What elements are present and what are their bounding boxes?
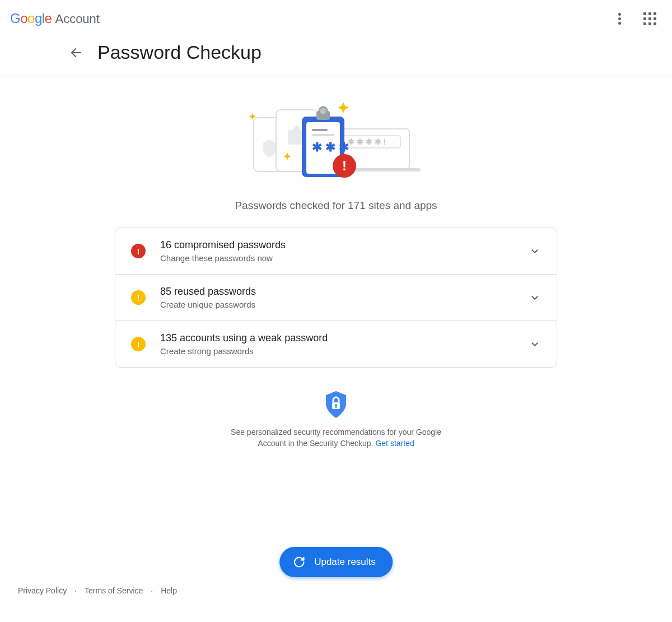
result-subtitle: Change these passwords now [160,253,514,263]
chevron-down-icon [529,291,541,304]
footer-links: Privacy Policy · Terms of Service · Help [18,586,177,595]
svg-text:✱ ✱ ✱: ✱ ✱ ✱ [312,140,349,154]
title-row: Password Checkup [0,31,672,76]
main-content: ✱ ✱ ✱ ✱ ! ✱ ✱ ✱ ! Passwords checked for … [115,76,557,449]
alert-yellow-icon: ! [131,290,146,305]
product-name: Account [55,12,100,26]
separator-dot: · [74,586,77,595]
back-arrow-icon[interactable] [66,43,86,63]
privacy-policy-link[interactable]: Privacy Policy [18,586,67,595]
promo-text: See personalized security recommendation… [218,427,454,449]
update-results-label: Update results [314,556,376,568]
result-texts: 135 accounts using a weak password Creat… [160,332,514,356]
result-subtitle: Create unique passwords [160,300,514,309]
shield-lock-icon [324,390,348,419]
security-checkup-promo: See personalized security recommendation… [115,390,557,449]
chevron-down-icon [529,245,541,257]
result-title: 135 accounts using a weak password [160,332,514,344]
svg-rect-13 [312,134,334,136]
refresh-icon [293,556,305,568]
top-header: Google Account [0,0,672,31]
header-actions [615,9,660,29]
hero-illustration: ✱ ✱ ✱ ✱ ! ✱ ✱ ✱ ! [249,99,423,180]
svg-rect-12 [312,129,328,131]
result-title: 85 reused passwords [160,286,514,298]
page-title: Password Checkup [97,41,262,63]
result-row-compromised[interactable]: ! 16 compromised passwords Change these … [115,228,557,274]
result-row-weak[interactable]: ! 135 accounts using a weak password Cre… [115,321,557,367]
separator-dot: · [151,586,153,595]
google-apps-icon[interactable] [640,9,660,29]
product-logo[interactable]: Google Account [10,11,100,26]
svg-rect-7 [293,126,300,132]
result-title: 16 compromised passwords [160,239,514,251]
svg-rect-19 [335,405,337,408]
result-subtitle: Create strong passwords [160,346,514,356]
svg-text:✱ ✱ ✱ ✱  !: ✱ ✱ ✱ ✱ ! [348,137,386,146]
result-texts: 16 compromised passwords Change these pa… [160,239,514,263]
more-options-icon[interactable] [615,10,624,27]
update-results-button[interactable]: Update results [279,547,393,577]
result-row-reused[interactable]: ! 85 reused passwords Create unique pass… [115,274,557,321]
result-texts: 85 reused passwords Create unique passwo… [160,286,514,309]
svg-point-11 [319,107,327,115]
summary-line: Passwords checked for 171 sites and apps [115,199,557,212]
svg-text:!: ! [342,158,347,173]
alert-yellow-icon: ! [131,337,146,351]
results-card: ! 16 compromised passwords Change these … [115,228,557,368]
google-wordmark: Google [10,11,52,26]
help-link[interactable]: Help [161,586,177,595]
chevron-down-icon [529,338,541,350]
terms-of-service-link[interactable]: Terms of Service [85,586,143,595]
alert-red-icon: ! [131,244,146,258]
get-started-link[interactable]: Get started [375,439,414,448]
